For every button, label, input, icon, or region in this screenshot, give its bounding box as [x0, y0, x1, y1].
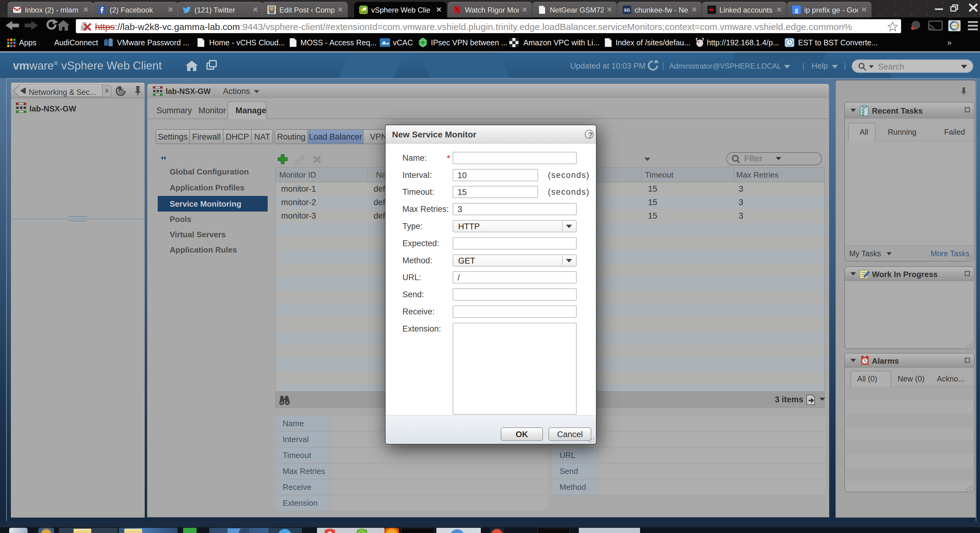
- svg-text:SG: SG: [624, 8, 630, 13]
- svg-text:g: g: [795, 6, 798, 13]
